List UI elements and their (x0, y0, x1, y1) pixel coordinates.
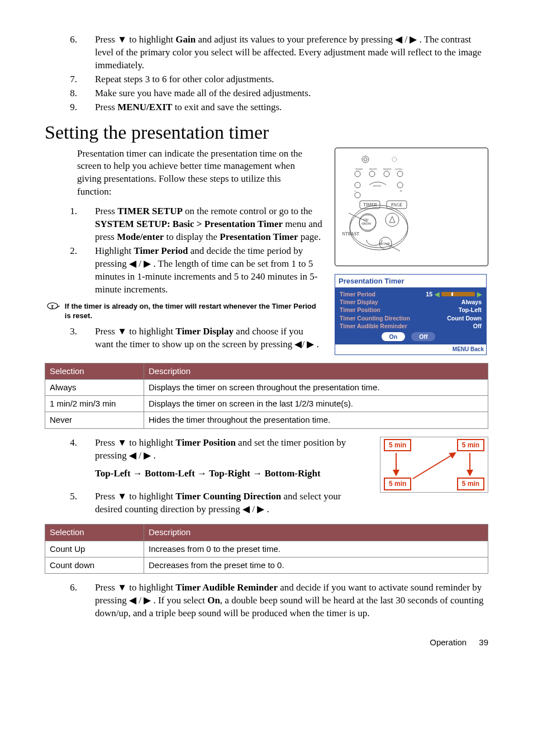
table-header: Description (144, 363, 488, 379)
svg-point-11 (384, 171, 389, 177)
osd-row-label: Timer Audible Reminder (340, 322, 407, 330)
section-heading: Setting the presentation timer (45, 120, 488, 145)
svg-point-27 (386, 213, 399, 226)
steps-1-2: Press TIMER SETUP on the remote control … (45, 205, 322, 296)
table-cell: Never (45, 412, 144, 428)
table-cell: Always (45, 379, 144, 395)
timer-position-diagram: 5 min 5 min 5 min 5 min (380, 437, 488, 493)
svg-text:ON/: ON/ (363, 218, 369, 221)
slider-right-icon: ▶ (477, 290, 482, 298)
osd-row-value: Off (473, 322, 482, 330)
table-cell: Count down (45, 557, 144, 573)
step: Press ▼ to highlight Timer Counting Dire… (77, 490, 370, 516)
svg-point-4 (392, 157, 397, 162)
step: Press ▼ to highlight Timer Display and c… (77, 325, 322, 351)
step: Make sure you have made all of the desir… (77, 87, 488, 100)
svg-text:MODE: MODE (383, 168, 392, 171)
note-icon: ʒ (47, 301, 60, 311)
osd-title: Presentation Timer (335, 275, 486, 289)
table-cell: 1 min/2 min/3 min (45, 396, 144, 412)
svg-point-13 (355, 182, 360, 188)
position-sequence: Top-Left → Bottom-Left → Top-Right → Bot… (95, 467, 370, 480)
top-steps: Press ▼ to highlight Gain and adjust its… (45, 34, 488, 114)
table-header: Selection (45, 363, 144, 379)
svg-text:B: B (400, 190, 402, 192)
svg-point-3 (364, 158, 367, 161)
note-callout: ʒ If the timer is already on, the timer … (47, 301, 322, 321)
osd-row-label: Timer Display (340, 298, 378, 306)
osd-presentation-timer: Presentation Timer Timer Period 15 ◀ ▶ T… (335, 274, 487, 355)
svg-text:ʒ: ʒ (50, 303, 54, 309)
table-cell: Count Up (45, 541, 144, 557)
table-cell: Increases from 0 to the preset time. (144, 541, 488, 557)
step-4: Press ▼ to highlight Timer Position and … (45, 437, 370, 481)
table-cell: Displays the timer on screen throughout … (144, 379, 488, 395)
intro-paragraph: Presentation timer can indicate the pres… (77, 148, 312, 199)
svg-point-21 (350, 205, 408, 248)
timer-label: TIMER (363, 202, 378, 207)
svg-text:MUTE: MUTE (369, 168, 377, 171)
slider-track (441, 292, 475, 296)
note-text: If the timer is already on, the timer wi… (65, 301, 322, 321)
osd-row-label: Timer Counting Direction (340, 314, 410, 322)
step: Press ▼ to highlight Gain and adjust its… (77, 34, 488, 72)
svg-line-32 (413, 453, 455, 479)
svg-point-9 (355, 171, 360, 177)
osd-row-value: 15 (426, 290, 432, 298)
table-header: Selection (45, 525, 144, 541)
svg-text:AUTO: AUTO (394, 168, 402, 171)
step: Press ▼ to highlight Timer Audible Remin… (77, 582, 488, 620)
page-footer: Operation 39 (45, 637, 488, 648)
osd-footer: MENU Back (335, 344, 486, 355)
table-cell: Hides the timer throughout the presentat… (144, 412, 488, 428)
svg-text:MENU: MENU (373, 185, 382, 187)
svg-point-18 (355, 192, 360, 198)
page-label: PAGE (391, 202, 402, 207)
svg-point-12 (397, 171, 403, 177)
svg-point-22 (350, 207, 408, 250)
osd-row-label: Timer Position (340, 306, 380, 314)
step-3: Press ▼ to highlight Timer Display and c… (45, 325, 322, 351)
step-6: Press ▼ to highlight Timer Audible Remin… (45, 582, 488, 620)
osd-row-value: Count Down (447, 314, 482, 322)
svg-text:TEMP: TEMP (355, 168, 363, 171)
section-name: Operation (430, 637, 467, 647)
table-cell: Decreases from the preset time to 0. (144, 557, 488, 573)
page-number: 39 (479, 637, 488, 647)
remote-control-illustration: TEMPMUTEMODEAUTO MENU AB TIMER PAGE (335, 148, 488, 266)
osd-row-label: Timer Period (340, 290, 375, 298)
ntrast-label: NTRAST (342, 231, 359, 237)
step-5: Press ▼ to highlight Timer Counting Dire… (45, 490, 370, 516)
table-header: Description (144, 525, 488, 541)
osd-on-pill: On (382, 332, 406, 341)
svg-point-10 (369, 171, 375, 177)
svg-text:A: A (354, 190, 356, 192)
osd-off-pill: Off (411, 332, 435, 341)
osd-row-value: Top-Left (459, 306, 482, 314)
svg-text:SHOW: SHOW (361, 222, 372, 225)
step: Repeat steps 3 to 6 for other color adju… (77, 73, 488, 86)
step: Press MENU/EXIT to exit and save the set… (77, 101, 488, 114)
osd-row-value: Always (461, 298, 482, 306)
svg-line-30 (386, 243, 400, 251)
timer-display-table: Selection Description AlwaysDisplays the… (45, 363, 488, 429)
step: Press ▼ to highlight Timer Position and … (77, 437, 370, 481)
step: Highlight Timer Period and decide the ti… (77, 245, 322, 296)
svg-point-15 (397, 182, 403, 188)
step: Press TIMER SETUP on the remote control … (77, 205, 322, 244)
slider-left-icon: ◀ (435, 290, 439, 298)
svg-point-2 (362, 156, 369, 163)
table-cell: Displays the timer on screen in the last… (144, 396, 488, 412)
pos-arrows-icon (380, 437, 488, 492)
counting-direction-table: Selection Description Count UpIncreases … (45, 524, 488, 574)
